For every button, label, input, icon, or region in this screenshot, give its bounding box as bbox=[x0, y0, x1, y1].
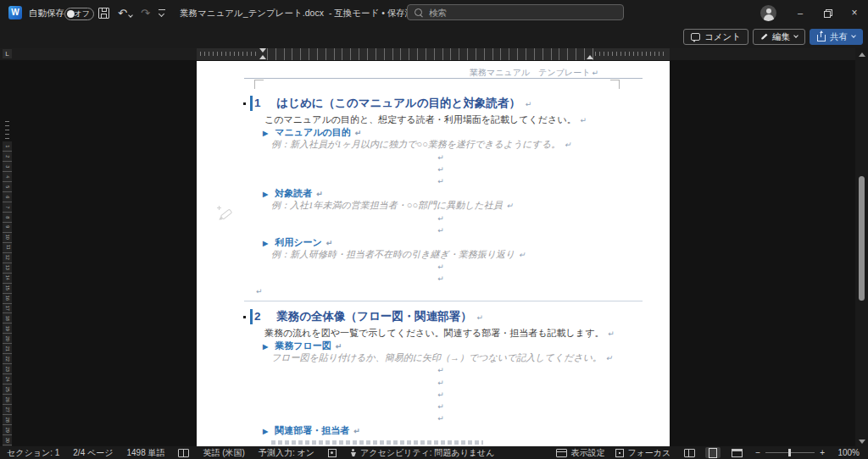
vertical-ruler-number: 22 bbox=[3, 354, 12, 364]
status-item[interactable]: 1498 単語 bbox=[126, 447, 164, 459]
zoom-slider-thumb[interactable] bbox=[788, 449, 791, 456]
status-item-text: 英語 (米国) bbox=[203, 447, 244, 459]
redo-button[interactable]: ↷ bbox=[141, 7, 150, 19]
autosave-toggle[interactable]: オフ bbox=[64, 8, 94, 20]
label-arrow-icon: ▶ bbox=[263, 240, 268, 247]
display-settings-button[interactable]: 表示設定 bbox=[556, 447, 604, 459]
doc-paragraph: ▶ ↵ bbox=[244, 296, 643, 301]
restore-button[interactable] bbox=[814, 0, 841, 25]
scroll-down-arrow[interactable] bbox=[859, 440, 865, 444]
scroll-up-arrow[interactable] bbox=[859, 53, 865, 57]
ribbon-tab[interactable] bbox=[22, 25, 39, 48]
vertical-ruler[interactable]: 1234567891011121314151617181920212223242… bbox=[3, 121, 12, 459]
print-layout-button[interactable] bbox=[705, 447, 721, 458]
doc-paragraph: ▶ 利用シーン ↵ bbox=[254, 236, 626, 248]
focus-button[interactable]: フォーカス bbox=[615, 447, 670, 459]
ruler-number bbox=[409, 48, 418, 60]
close-button[interactable]: × bbox=[841, 0, 868, 25]
scrollbar-thumb[interactable] bbox=[859, 176, 865, 301]
document-page[interactable]: 業務マニュアル テンプレート↵ 1 ▶ はじめに（このマニュアルの目的と対象読者… bbox=[197, 61, 670, 446]
ribbon-tab[interactable] bbox=[107, 25, 124, 48]
doc-paragraph: ▶ ↵ bbox=[254, 363, 626, 375]
ribbon-tab[interactable] bbox=[73, 25, 90, 48]
pilcrow-mark: ↵ bbox=[437, 153, 444, 162]
zoom-out-button[interactable]: − bbox=[755, 448, 760, 457]
status-item[interactable]: 予測入力: オン bbox=[259, 447, 314, 459]
zoom-slider[interactable] bbox=[765, 452, 815, 453]
vertical-ruler-number: 15 bbox=[3, 284, 12, 294]
ribbon-tab[interactable] bbox=[175, 25, 192, 48]
zoom-percentage[interactable]: 100% bbox=[836, 448, 860, 457]
comments-button[interactable]: コメント bbox=[683, 29, 748, 45]
status-item[interactable]: 2/4 ページ bbox=[73, 447, 113, 459]
ruler-number bbox=[376, 48, 385, 60]
status-item[interactable] bbox=[178, 449, 189, 457]
ribbon-tab[interactable] bbox=[192, 25, 209, 48]
vertical-ruler-number: 7 bbox=[3, 202, 12, 213]
editing-mode-button[interactable]: 編集 bbox=[753, 29, 805, 45]
save-icon[interactable] bbox=[98, 8, 109, 19]
web-layout-button[interactable] bbox=[729, 447, 744, 458]
pilcrow-mark: ↵ bbox=[437, 402, 444, 411]
ruler-number bbox=[268, 48, 276, 60]
hanging-indent-marker[interactable] bbox=[259, 55, 266, 59]
ribbon-tab[interactable] bbox=[124, 25, 141, 48]
minimize-button[interactable]: – bbox=[787, 0, 814, 25]
ribbon-tab[interactable] bbox=[141, 25, 158, 48]
word-app-icon[interactable]: W bbox=[8, 6, 22, 19]
doc-paragraph: ▶ 例：入社1年未満の営業担当者・○○部門に異動した社員 ↵ bbox=[254, 199, 626, 211]
doc-paragraph: ▶ ↵ bbox=[254, 151, 626, 163]
vertical-scrollbar[interactable] bbox=[855, 48, 868, 446]
vertical-ruler-number: 28 bbox=[3, 415, 12, 425]
ruler-number bbox=[435, 48, 443, 60]
ribbon-tab[interactable] bbox=[5, 25, 22, 48]
doc-paragraph: ▶ 例：新人研修時・担当者不在時の引き継ぎ・業務振り返り ↵ bbox=[254, 248, 626, 260]
keep-with-next-mark bbox=[243, 316, 246, 318]
vertical-ruler-number: 13 bbox=[3, 263, 12, 274]
page-header: 業務マニュアル テンプレート↵ bbox=[244, 67, 643, 79]
heading-accent-bar bbox=[250, 96, 253, 111]
horizontal-ruler[interactable] bbox=[197, 48, 670, 60]
share-button-label: 共有 bbox=[830, 31, 848, 43]
zoom-in-button[interactable]: + bbox=[820, 448, 825, 457]
search-input[interactable] bbox=[427, 7, 600, 19]
pilcrow-mark: ↵ bbox=[477, 313, 484, 322]
right-indent-marker[interactable] bbox=[587, 55, 593, 59]
read-mode-button[interactable] bbox=[682, 447, 697, 458]
first-line-indent-marker[interactable] bbox=[259, 48, 266, 53]
status-item-text: 1498 単語 bbox=[126, 447, 164, 459]
ribbon-tab[interactable] bbox=[39, 25, 56, 48]
account-avatar[interactable] bbox=[760, 5, 776, 21]
display-settings-label: 表示設定 bbox=[570, 447, 604, 459]
editing-mode-label: 編集 bbox=[772, 31, 790, 43]
ribbon-tab[interactable] bbox=[158, 25, 175, 48]
doc-paragraph: ▶ ↵ bbox=[254, 163, 626, 174]
share-button[interactable]: 共有 bbox=[810, 29, 863, 45]
undo-button[interactable]: ↶ bbox=[118, 7, 132, 19]
undo-dropdown-icon[interactable] bbox=[128, 13, 133, 18]
status-item[interactable]: 英語 (米国) bbox=[203, 447, 244, 459]
pilcrow-mark: ↵ bbox=[437, 274, 444, 283]
status-item[interactable] bbox=[328, 449, 337, 457]
vertical-ruler-number: 4 bbox=[3, 172, 12, 182]
pilcrow-mark: ↵ bbox=[355, 129, 362, 137]
ruler-number bbox=[468, 48, 476, 60]
status-item-icon bbox=[328, 449, 337, 457]
qat-customize-button[interactable] bbox=[159, 8, 165, 17]
comment-icon bbox=[691, 33, 700, 41]
tab-stop-selector[interactable]: L bbox=[3, 49, 12, 58]
status-item[interactable]: セクション: 1 bbox=[7, 447, 59, 459]
heading-number: 1 bbox=[254, 97, 261, 109]
paragraph-text: 関連部署・担当者 bbox=[275, 425, 349, 435]
ruler-number bbox=[518, 48, 526, 60]
display-settings-icon bbox=[556, 449, 567, 457]
ruler-left-margin-ticks bbox=[200, 52, 258, 56]
ribbon-tab[interactable] bbox=[90, 25, 107, 48]
ribbon-tab[interactable] bbox=[209, 25, 225, 48]
pilcrow-mark: ↵ bbox=[580, 116, 587, 124]
status-item[interactable]: アクセシビリティ: 問題ありません bbox=[350, 447, 495, 459]
document-title-name: 業務マニュアル_テンプレート.docx bbox=[180, 0, 324, 25]
ribbon-tab[interactable] bbox=[56, 25, 73, 48]
search-box[interactable] bbox=[407, 4, 624, 20]
ruler-number bbox=[318, 48, 326, 60]
